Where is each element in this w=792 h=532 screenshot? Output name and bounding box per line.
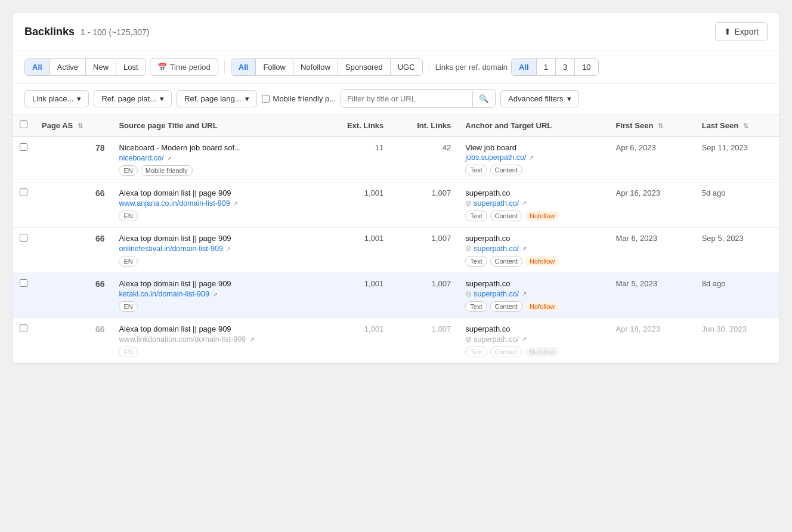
status-all-button[interactable]: All [25, 59, 50, 75]
header-int-links: Int. Links [391, 115, 458, 137]
anchor-url-link[interactable]: jobs.superpath.co/ [465, 153, 526, 162]
time-period-label: Time period [170, 63, 211, 72]
link-type-all-button[interactable]: All [231, 59, 256, 75]
status-new-button[interactable]: New [86, 59, 116, 75]
search-input[interactable] [341, 90, 472, 107]
row-select-checkbox[interactable] [20, 143, 27, 151]
row-anchor: superpath.co ⊘ superpath.co/ ↗ TextConte… [458, 273, 608, 318]
anchor-text: superpath.co [465, 324, 601, 333]
advanced-filters-label: Advanced filters [508, 94, 564, 103]
anchor-tags: TextContent Nofollow [465, 256, 601, 267]
blocked-icon: ⊘ [465, 244, 472, 253]
link-place-dropdown[interactable]: Link place... ▾ [24, 90, 89, 107]
ref-page-lang-dropdown[interactable]: Ref. page lang... ▾ [177, 90, 256, 107]
blocked-icon: ⊘ [465, 335, 472, 344]
row-first-seen: Mar 6, 2023 [608, 228, 694, 273]
source-title: Niceboard - Modern job board sof... [119, 143, 313, 152]
header-title-group: Backlinks 1 - 100 (~125,307) [24, 26, 150, 38]
search-button[interactable]: 🔍 [472, 91, 495, 107]
ref-page-lang-label: Ref. page lang... [184, 94, 241, 103]
row-int-links: 1,007 [391, 273, 458, 318]
source-tags: EN [119, 256, 313, 267]
time-period-button[interactable]: 📅 Time period [150, 58, 218, 76]
row-anchor: View job board jobs.superpath.co/ ↗ Text… [458, 137, 608, 183]
advanced-filters-button[interactable]: Advanced filters ▾ [500, 90, 579, 107]
links-per-10-button[interactable]: 10 [575, 59, 598, 75]
row-last-seen: Jun 30, 2023 [695, 318, 779, 364]
source-url-link[interactable]: www.linkdonation.com/domain-list-909 [119, 335, 246, 344]
mobile-friendly-label: Mobile friendly p... [273, 94, 336, 103]
row-first-seen: Apr 18, 2023 [608, 318, 694, 364]
mobile-friendly-checkbox[interactable] [262, 95, 270, 103]
table-row: 66 Alexa top domain list || page 909 onl… [13, 228, 779, 273]
row-source-page: Alexa top domain list || page 909 ketaki… [112, 273, 320, 318]
link-place-chevron-icon: ▾ [77, 94, 81, 103]
external-link-icon: ↗ [226, 246, 231, 252]
links-per-all-button[interactable]: All [512, 59, 537, 75]
source-url-link[interactable]: niceboard.co/ [119, 154, 163, 162]
row-page-as: 66 [35, 228, 112, 273]
links-per-1-button[interactable]: 1 [537, 59, 556, 75]
row-last-seen: Sep 11, 2023 [695, 137, 779, 183]
row-page-as: 78 [35, 137, 112, 183]
row-select-checkbox[interactable] [20, 324, 27, 332]
ref-page-plat-label: Ref. page plat... [101, 94, 156, 103]
header-source-page: Source page Title and URL [112, 115, 320, 137]
nofollow-tag: Nofollow [525, 256, 559, 266]
table-row: 78 Niceboard - Modern job board sof... n… [13, 137, 779, 183]
row-select-checkbox[interactable] [20, 188, 27, 196]
row-checkbox-cell [13, 137, 35, 183]
lang-tag: EN [119, 211, 137, 221]
anchor-url-link[interactable]: superpath.co/ [474, 199, 519, 208]
row-source-page: Alexa top domain list || page 909 www.li… [112, 318, 320, 364]
link-type-sponsored-button[interactable]: Sponsored [338, 59, 391, 75]
links-per-group: All 1 3 10 [511, 58, 599, 76]
lang-tag: EN [119, 347, 137, 357]
anchor-url-wrap: ⊘ superpath.co/ ↗ [465, 289, 601, 298]
link-type-nofollow-button[interactable]: Nofollow [293, 59, 338, 75]
anchor-url-link[interactable]: superpath.co/ [474, 245, 519, 253]
anchor-url-link[interactable]: superpath.co/ [474, 335, 519, 344]
row-ext-links: 1,001 [320, 183, 391, 228]
status-active-button[interactable]: Active [50, 59, 86, 75]
select-all-checkbox[interactable] [20, 120, 27, 128]
link-type-ugc-button[interactable]: UGC [391, 59, 422, 75]
header-page-as: Page AS ⇅ [35, 115, 112, 137]
row-select-checkbox[interactable] [20, 279, 27, 287]
ref-page-plat-dropdown[interactable]: Ref. page plat... ▾ [94, 90, 172, 107]
link-type-follow-button[interactable]: Follow [256, 59, 293, 75]
anchor-text: superpath.co [465, 279, 601, 288]
row-ext-links: 1,001 [320, 318, 391, 364]
links-per-3-button[interactable]: 3 [556, 59, 575, 75]
row-int-links: 1,007 [391, 228, 458, 273]
source-url-link[interactable]: ketaki.co.in/domain-list-909 [119, 290, 209, 298]
filter-separator-2 [429, 61, 429, 73]
source-url-wrap: www.linkdonation.com/domain-list-909 ↗ [119, 335, 313, 344]
status-lost-button[interactable]: Lost [116, 59, 146, 75]
ref-page-plat-chevron-icon: ▾ [160, 94, 164, 103]
source-url-link[interactable]: www.anjana.co.in/domain-list-909 [119, 199, 230, 208]
page-title: Backlinks [24, 26, 75, 38]
first-seen-sort-icon: ⇅ [658, 122, 663, 129]
row-last-seen: Sep 5, 2023 [695, 228, 779, 273]
external-link-icon: ↗ [167, 155, 172, 162]
mobile-tag: Mobile friendly [141, 165, 193, 176]
table-row: 66 Alexa top domain list || page 909 www… [13, 183, 779, 228]
row-select-checkbox[interactable] [20, 234, 27, 242]
nofollow-tag: Nofollow [525, 347, 559, 357]
row-anchor: superpath.co ⊘ superpath.co/ ↗ TextConte… [458, 318, 608, 364]
anchor-tag-text: Text [465, 165, 487, 175]
row-checkbox-cell [13, 183, 35, 228]
filter-row-1: All Active New Lost 📅 Time period All Fo… [13, 51, 779, 83]
links-per-label: Links per ref. domain [435, 63, 508, 72]
anchor-url-link[interactable]: superpath.co/ [474, 290, 519, 298]
mobile-friendly-filter[interactable]: Mobile friendly p... [262, 94, 336, 103]
row-ext-links: 11 [320, 137, 391, 183]
external-link-icon: ↗ [213, 291, 218, 298]
nofollow-tag: Nofollow [525, 302, 559, 311]
source-url-link[interactable]: onlinefestival.in/domain-list-909 [119, 245, 222, 253]
nofollow-tag: Nofollow [525, 211, 559, 221]
header-first-seen: First Seen ⇅ [608, 115, 694, 137]
export-button[interactable]: ⬆ Export [715, 22, 768, 41]
anchor-external-icon: ↗ [522, 290, 527, 297]
